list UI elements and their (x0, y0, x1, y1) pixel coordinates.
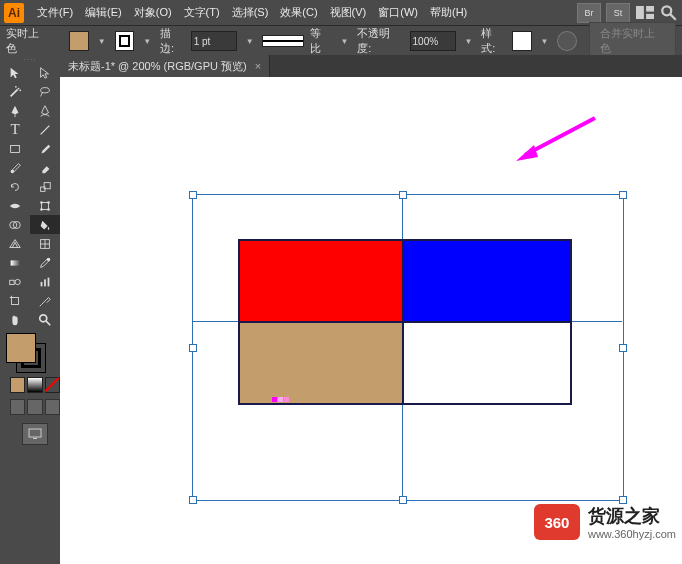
slice-tool[interactable] (30, 291, 60, 310)
svg-rect-31 (44, 279, 46, 286)
svg-rect-41 (278, 397, 283, 402)
document-area: 未标题-1* @ 200% (RGB/GPU 预览) × (60, 55, 682, 564)
stock-button[interactable]: St (606, 3, 630, 23)
width-tool[interactable] (0, 196, 30, 215)
eyedropper-tool[interactable] (30, 253, 60, 272)
bbox-handle[interactable] (399, 191, 407, 199)
stroke-weight-input[interactable] (191, 31, 237, 51)
curvature-tool[interactable] (30, 101, 60, 120)
document-tab[interactable]: 未标题-1* @ 200% (RGB/GPU 预览) × (60, 55, 270, 77)
bbox-handle[interactable] (619, 496, 627, 504)
svg-point-19 (40, 208, 43, 211)
svg-point-27 (47, 257, 51, 261)
panel-grip-icon[interactable]: ∙∙∙∙ (0, 55, 60, 63)
artboard-tool[interactable] (0, 291, 30, 310)
style-dropdown-icon[interactable]: ▼ (538, 34, 552, 48)
svg-point-36 (40, 314, 47, 321)
column-graph-tool[interactable] (30, 272, 60, 291)
style-swatch[interactable] (512, 31, 532, 51)
stroke-dropdown-icon[interactable]: ▼ (140, 34, 154, 48)
svg-point-18 (47, 201, 50, 204)
scale-tool[interactable] (30, 177, 60, 196)
tan-rectangle[interactable] (238, 321, 404, 405)
live-paint-cursor-icon (272, 393, 292, 409)
stroke-weight-stepper-icon[interactable]: ▼ (243, 34, 257, 48)
menu-file[interactable]: 文件(F) (32, 2, 78, 23)
blend-tool[interactable] (0, 272, 30, 291)
svg-rect-38 (29, 429, 41, 437)
gradient-tool[interactable] (0, 253, 30, 272)
fill-color-swatch[interactable] (6, 333, 36, 363)
stroke-profile[interactable] (262, 35, 303, 47)
draw-inside-icon[interactable] (45, 399, 60, 415)
brush-tool[interactable] (30, 139, 60, 158)
screen-mode-button[interactable] (22, 423, 48, 445)
none-mode-icon[interactable] (45, 377, 60, 393)
uniform-dropdown-icon[interactable]: ▼ (337, 34, 351, 48)
rotate-tool[interactable] (0, 177, 30, 196)
lasso-tool[interactable] (30, 82, 60, 101)
svg-rect-12 (11, 145, 20, 152)
color-mode-icon[interactable] (10, 377, 25, 393)
close-tab-icon[interactable]: × (255, 60, 261, 72)
svg-line-5 (11, 89, 18, 96)
draw-behind-icon[interactable] (27, 399, 42, 415)
svg-line-11 (41, 125, 50, 134)
opacity-input[interactable] (410, 31, 456, 51)
live-paint-bucket-tool[interactable] (30, 215, 60, 234)
stroke-swatch[interactable] (115, 31, 135, 51)
type-tool[interactable]: T (0, 120, 30, 139)
svg-rect-26 (11, 260, 20, 265)
red-rectangle[interactable] (238, 239, 404, 323)
menu-object[interactable]: 对象(O) (129, 2, 177, 23)
rectangle-tool[interactable] (0, 139, 30, 158)
bbox-handle[interactable] (189, 191, 197, 199)
hand-tool[interactable] (0, 310, 30, 329)
menu-window[interactable]: 窗口(W) (373, 2, 423, 23)
bridge-button[interactable]: Br (577, 3, 601, 23)
perspective-grid-tool[interactable] (0, 234, 30, 253)
bbox-handle[interactable] (619, 344, 627, 352)
selection-tool[interactable] (0, 63, 30, 82)
style-label: 样式: (481, 26, 506, 56)
blue-rectangle[interactable] (402, 239, 572, 323)
direct-selection-tool[interactable] (30, 63, 60, 82)
canvas[interactable]: 360 货源之家 www.360hyzj.com (60, 77, 682, 564)
opacity-label: 不透明度: (357, 26, 403, 56)
svg-rect-33 (12, 297, 19, 304)
svg-rect-40 (272, 397, 277, 402)
fill-dropdown-icon[interactable]: ▼ (95, 34, 109, 48)
empty-rectangle[interactable] (402, 321, 572, 405)
bbox-handle[interactable] (619, 191, 627, 199)
menu-edit[interactable]: 编辑(E) (80, 2, 127, 23)
arrange-icon[interactable] (636, 6, 654, 20)
recolor-artwork-icon[interactable] (557, 31, 577, 51)
stroke-label: 描边: (160, 26, 185, 56)
bbox-handle[interactable] (189, 496, 197, 504)
free-transform-tool[interactable] (30, 196, 60, 215)
mesh-tool[interactable] (30, 234, 60, 253)
menu-effect[interactable]: 效果(C) (275, 2, 322, 23)
pen-tool[interactable] (0, 101, 30, 120)
annotation-arrow-icon (510, 113, 600, 163)
bbox-handle[interactable] (189, 344, 197, 352)
zoom-tool[interactable] (30, 310, 60, 329)
search-icon[interactable] (660, 6, 678, 20)
line-tool[interactable] (30, 120, 60, 139)
control-bar: 实时上色 ▼ ▼ 描边: ▼ 等比 ▼ 不透明度: ▼ 样式: ▼ 合并实时上色 (0, 25, 682, 56)
fill-swatch[interactable] (69, 31, 89, 51)
shape-builder-tool[interactable] (0, 215, 30, 234)
shaper-tool[interactable] (0, 158, 30, 177)
magic-wand-tool[interactable] (0, 82, 30, 101)
menu-type[interactable]: 文字(T) (179, 2, 225, 23)
opacity-dropdown-icon[interactable]: ▼ (462, 34, 476, 48)
eraser-tool[interactable] (30, 158, 60, 177)
bbox-handle[interactable] (399, 496, 407, 504)
draw-normal-icon[interactable] (10, 399, 25, 415)
menu-help[interactable]: 帮助(H) (425, 2, 472, 23)
ai-logo[interactable]: Ai (4, 3, 24, 23)
menu-view[interactable]: 视图(V) (325, 2, 372, 23)
menu-select[interactable]: 选择(S) (227, 2, 274, 23)
gradient-mode-icon[interactable] (27, 377, 42, 393)
svg-rect-32 (48, 277, 50, 286)
